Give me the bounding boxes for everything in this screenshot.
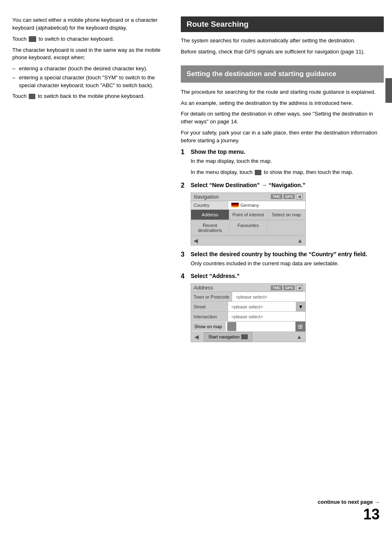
- step1-body2: In the menu display, touch to show the m…: [191, 169, 384, 176]
- recent-btn[interactable]: Recent destinations: [191, 220, 229, 236]
- character-keyboard-icon: [29, 36, 36, 42]
- addr-forward-btn[interactable]: ▲: [293, 332, 305, 342]
- step3-body1: Only countries included in the current m…: [191, 260, 384, 268]
- step1-body1: In the map display, touch the map.: [191, 158, 384, 165]
- step-1: 1 Show the top menu. In the map display,…: [181, 148, 384, 176]
- addr-gps-badge: GPS: [284, 285, 295, 290]
- route-searching-para1: The system searches for routes automatic…: [181, 37, 384, 45]
- addr-tmc-badge: TMC: [271, 285, 282, 290]
- country-value: Germany: [228, 201, 305, 209]
- nav-bottom-bar: ◀ ▲: [191, 236, 305, 245]
- country-row: Country Germany: [191, 201, 305, 210]
- addr-title: Address: [194, 285, 213, 291]
- list-item-2: entering a special character (touch "SYM…: [12, 74, 168, 89]
- start-nav-btn[interactable]: Start navigation: [204, 332, 252, 341]
- intersection-label: Intersection: [191, 312, 228, 321]
- street-row: Street <please select> ▼: [191, 302, 305, 312]
- left-para3: The character keyboard is used in the sa…: [12, 46, 168, 62]
- town-label: Town or Postcode: [191, 292, 232, 301]
- nav-badges: TMC GPS ◀: [271, 194, 303, 199]
- intersection-row: Intersection <please select>: [191, 312, 305, 322]
- gps-badge: GPS: [284, 194, 295, 199]
- left-para1: You can select either a mobile phone key…: [12, 16, 168, 32]
- step-3: 3 Select the desired country by touching…: [181, 250, 384, 268]
- back-arrow[interactable]: ◀: [194, 237, 198, 244]
- show-map-btn[interactable]: Show on map: [191, 322, 226, 331]
- signal-badge: ◀: [296, 194, 303, 199]
- forward-arrow[interactable]: ▲: [297, 237, 303, 244]
- address-btn[interactable]: Address: [191, 210, 229, 220]
- start-nav-icon: [241, 334, 248, 339]
- street-label: Street: [191, 302, 228, 311]
- map-icon: [227, 322, 236, 331]
- left-column: You can select either a mobile phone key…: [0, 12, 177, 544]
- town-row: Town or Postcode <please select>: [191, 292, 305, 302]
- list-item-1: entering a character (touch the desired …: [12, 65, 168, 72]
- addr-titlebar: Address TMC GPS ◀: [191, 284, 305, 292]
- street-value: <please select>: [228, 302, 296, 311]
- continue-text: continue to next page →: [318, 499, 380, 505]
- mobile-keyboard-icon: [29, 94, 35, 99]
- step-2: 2 Select “New Destination” → “Navigation…: [181, 181, 384, 246]
- setting-para4: For your safety, park your car in a safe…: [181, 129, 384, 145]
- right-column: Route Searching The system searches for …: [177, 12, 392, 544]
- route-searching-para2: Before starting, check that GPS signals …: [181, 48, 384, 56]
- setting-destination-header: Setting the destination and starting gui…: [181, 65, 384, 83]
- keyboard-list: entering a character (touch the desired …: [12, 65, 168, 89]
- setting-para3: For details on setting the destination i…: [181, 110, 384, 126]
- left-para4: Touch to switch back to the mobile phone…: [12, 93, 168, 100]
- page-number: 13: [318, 506, 380, 523]
- tmc-badge: TMC: [271, 194, 282, 199]
- route-searching-header: Route Searching: [181, 16, 384, 32]
- setting-para1: The procedure for searching for the rout…: [181, 88, 384, 96]
- page-tab: [385, 78, 392, 103]
- address-mockup: Address TMC GPS ◀ Town or Postcode <plea…: [191, 283, 306, 342]
- town-value: <please select>: [232, 292, 305, 301]
- show-map-row: Show on map ⊞: [191, 322, 305, 332]
- country-label: Country: [191, 201, 228, 209]
- nav-buttons-row2: Recent destinations Favourites: [191, 220, 305, 236]
- empty-btn: [267, 220, 305, 236]
- navigation-mockup: Navigation TMC GPS ◀ Country Germany Ad: [191, 192, 306, 246]
- nav-titlebar: Navigation TMC GPS ◀: [191, 193, 305, 201]
- intersection-value: <please select>: [228, 312, 305, 321]
- addr-badges: TMC GPS ◀: [271, 285, 303, 291]
- nav-buttons-row1: Address Point of interest Select on map: [191, 210, 305, 220]
- map-right-icon: ⊞: [295, 322, 305, 331]
- germany-flag: [231, 203, 239, 207]
- addr-signal-badge: ◀: [296, 285, 303, 291]
- map-show-icon: [255, 170, 261, 175]
- poi-btn[interactable]: Point of interest: [229, 210, 267, 220]
- favourites-btn[interactable]: Favourites: [229, 220, 267, 236]
- select-map-btn[interactable]: Select on map: [267, 210, 305, 220]
- continue-area: continue to next page → 13: [318, 499, 380, 523]
- addr-back-btn[interactable]: ◀: [191, 332, 202, 342]
- step-4: 4 Select “Address.” Address TMC GPS ◀ To…: [181, 272, 384, 342]
- page: You can select either a mobile phone key…: [0, 0, 392, 556]
- street-arrow: ▼: [296, 302, 305, 311]
- nav-title: Navigation: [194, 194, 219, 200]
- left-para2: Touch to switch to character keyboard.: [12, 35, 168, 43]
- start-nav-row: ◀ Start navigation ▲: [191, 332, 305, 342]
- setting-para2: As an example, setting the destination b…: [181, 100, 384, 107]
